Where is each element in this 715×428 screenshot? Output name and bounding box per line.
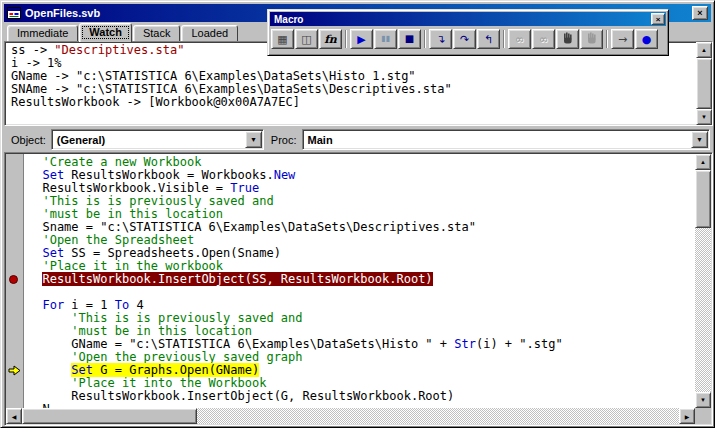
toolbar-separator xyxy=(424,30,426,48)
toolbar-separator xyxy=(345,30,347,48)
code-horizontal-scrollbar[interactable]: ◀ ▶ xyxy=(6,408,695,424)
arrow-up-icon: ▲ xyxy=(700,159,706,165)
code-margin[interactable] xyxy=(6,312,24,325)
code-margin[interactable] xyxy=(6,169,24,182)
proc-dropdown-button[interactable]: ▼ xyxy=(691,131,708,148)
breakpoint-highlight: ResultsWorkbook.InsertObject(SS, Results… xyxy=(42,272,432,286)
step-out-button[interactable]: ↰ xyxy=(477,29,500,49)
code-editor[interactable]: 'Create a new Workbook Set ResultsWorkbo… xyxy=(4,152,713,426)
arrow-right-icon: ▶ xyxy=(685,413,690,420)
clear-breakpoints-button[interactable] xyxy=(580,29,603,49)
macro-close-button[interactable]: × xyxy=(651,13,665,25)
object-dropdown-button[interactable]: ▼ xyxy=(245,131,262,148)
macro-sheet-button[interactable]: ▦ xyxy=(271,29,294,49)
close-icon: × xyxy=(697,8,702,18)
current-statement-margin[interactable] xyxy=(6,364,24,377)
tab-strip: ImmediateWatchStackLoaded xyxy=(7,22,239,41)
scrollbar-corner xyxy=(695,408,711,424)
stop-icon: ■ xyxy=(405,34,414,44)
tab-stack[interactable]: Stack xyxy=(133,25,181,41)
run-macro-dialog-button[interactable]: ◫ xyxy=(295,29,318,49)
code-area[interactable]: 'Create a new Workbook Set ResultsWorkbo… xyxy=(6,154,695,408)
toolbar-separator xyxy=(503,30,505,48)
function-browser-icon: fn xyxy=(324,34,337,45)
proc-dropdown[interactable]: Main ▼ xyxy=(302,129,710,150)
tab-watch[interactable]: Watch xyxy=(79,23,132,42)
close-button[interactable]: × xyxy=(692,6,708,20)
object-label: Object: xyxy=(11,134,46,146)
selector-row: Object: (General) ▼ Proc: Main ▼ xyxy=(4,129,711,150)
run-to-cursor-icon: → xyxy=(618,34,627,45)
run-to-cursor-button[interactable]: → xyxy=(611,29,634,49)
arrow-up-icon: ▲ xyxy=(701,47,707,53)
scroll-down-button[interactable]: ▼ xyxy=(696,109,712,125)
clear-breakpoints-icon xyxy=(585,32,598,47)
code-margin[interactable] xyxy=(6,338,24,351)
scrollbar-track[interactable] xyxy=(695,170,711,392)
svb-editor-window: OpenFiles.svb × ImmediateWatchStackLoade… xyxy=(0,0,715,428)
run-button[interactable]: ▶ xyxy=(350,29,373,49)
scroll-up-button[interactable]: ▲ xyxy=(695,154,711,170)
code-margin[interactable] xyxy=(6,182,24,195)
watch-vertical-scrollbar[interactable]: ▲ ▼ xyxy=(696,42,712,125)
scrollbar-thumb[interactable] xyxy=(695,170,711,228)
function-browser-button[interactable]: fn xyxy=(319,29,342,49)
code-vertical-scrollbar[interactable]: ▲ ▼ xyxy=(695,154,711,408)
toggle-breakpoint-button[interactable] xyxy=(556,29,579,49)
code-text: ResultsWorkbook.InsertObject(SS, Results… xyxy=(24,273,695,286)
watch-line: ResultsWorkbook -> [Workbook@0x00A7A7EC] xyxy=(11,96,695,109)
code-margin[interactable] xyxy=(6,260,24,273)
code-margin[interactable] xyxy=(6,299,24,312)
object-dropdown-value: (General) xyxy=(52,134,244,146)
code-margin[interactable] xyxy=(6,247,24,260)
scrollbar-track[interactable] xyxy=(696,58,712,109)
code-margin[interactable] xyxy=(6,208,24,221)
proc-label: Proc: xyxy=(271,134,297,146)
tab-immediate[interactable]: Immediate xyxy=(7,25,78,41)
code-text: ResultsWorkbook.InsertObject(G, ResultsW… xyxy=(24,390,695,403)
scroll-left-button[interactable]: ◀ xyxy=(6,408,22,424)
stop-button[interactable]: ■ xyxy=(398,29,421,49)
close-icon: × xyxy=(656,15,661,24)
code-margin[interactable] xyxy=(6,377,24,390)
run-icon: ▶ xyxy=(357,34,365,45)
svb-file-icon xyxy=(7,6,21,20)
add-watch-icon: ∞ xyxy=(539,34,548,45)
scrollbar-track[interactable] xyxy=(22,408,679,424)
code-margin[interactable] xyxy=(6,156,24,169)
macro-toolbar-window: Macro × ▦◫fn▶▮▮■↴↷↰∞∞→● xyxy=(267,9,669,56)
scroll-up-button[interactable]: ▲ xyxy=(696,42,712,58)
code-margin[interactable] xyxy=(6,325,24,338)
scrollbar-thumb[interactable] xyxy=(696,58,712,109)
step-over-button[interactable]: ↷ xyxy=(453,29,476,49)
code-line[interactable]: ResultsWorkbook.InsertObject(G, ResultsW… xyxy=(6,390,695,403)
instant-watch-icon: ∞ xyxy=(515,34,524,45)
scroll-down-button[interactable]: ▼ xyxy=(695,392,711,408)
chevron-down-icon: ▼ xyxy=(696,136,703,143)
instant-watch-button[interactable]: ∞ xyxy=(508,29,531,49)
pause-button[interactable]: ▮▮ xyxy=(374,29,397,49)
breakpoint-icon xyxy=(9,275,18,284)
scrollbar-thumb[interactable] xyxy=(22,408,197,424)
code-margin[interactable] xyxy=(6,234,24,247)
macro-sheet-icon: ▦ xyxy=(277,34,287,45)
code-margin[interactable] xyxy=(6,195,24,208)
add-watch-button[interactable]: ∞ xyxy=(532,29,555,49)
arrow-down-icon: ▼ xyxy=(700,397,706,403)
chevron-down-icon: ▼ xyxy=(250,136,257,143)
code-margin[interactable] xyxy=(6,351,24,364)
tab-loaded[interactable]: Loaded xyxy=(181,25,238,41)
scroll-right-button[interactable]: ▶ xyxy=(679,408,695,424)
step-into-icon: ↴ xyxy=(436,34,445,45)
code-line[interactable]: ResultsWorkbook.InsertObject(SS, Results… xyxy=(6,273,695,286)
breakpoint-margin[interactable] xyxy=(6,273,24,286)
toolbar-separator xyxy=(606,30,608,48)
code-margin[interactable] xyxy=(6,390,24,403)
object-dropdown[interactable]: (General) ▼ xyxy=(51,129,264,150)
toggle-breakpoint-icon xyxy=(561,32,574,47)
step-into-button[interactable]: ↴ xyxy=(429,29,452,49)
code-margin[interactable] xyxy=(6,286,24,299)
record-macro-button[interactable]: ● xyxy=(635,29,658,49)
macro-title-bar[interactable]: Macro × xyxy=(270,12,666,26)
code-margin[interactable] xyxy=(6,221,24,234)
